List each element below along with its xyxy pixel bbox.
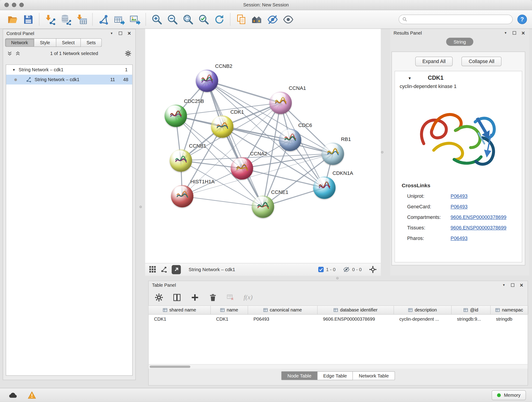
main-toolbar: ? <box>0 10 532 29</box>
tab-string[interactable]: String <box>446 38 473 46</box>
tab-select[interactable]: Select <box>56 38 81 47</box>
column-header-name[interactable]: name <box>211 306 248 314</box>
network-node-ccnb1[interactable] <box>170 149 192 172</box>
tab-sets[interactable]: Sets <box>81 38 102 47</box>
tab-style[interactable]: Style <box>34 38 56 47</box>
table-row[interactable]: CDK1CDK1P064939606.ENSP00000378699cyclin… <box>149 315 528 324</box>
hide-selected-button[interactable] <box>265 12 280 27</box>
column-header-shared-name[interactable]: shared name <box>149 306 211 314</box>
warnings-button[interactable] <box>25 390 39 400</box>
refresh-button[interactable] <box>211 12 227 27</box>
crosslink-value-link[interactable]: 9606.ENSP00000378699 <box>451 214 507 220</box>
panel-float-icon[interactable] <box>512 30 517 36</box>
network-node-hist1h1a[interactable] <box>171 185 193 207</box>
show-all-button[interactable] <box>280 12 296 27</box>
gene-disclosure-icon[interactable]: ▼ <box>408 76 412 80</box>
cloud-status-button[interactable] <box>6 390 20 400</box>
zoom-selected-button[interactable] <box>196 12 211 27</box>
panel-close-icon[interactable]: × <box>520 30 526 36</box>
network-node-ccna2[interactable] <box>231 157 253 180</box>
crosslink-value-link[interactable]: P06493 <box>451 204 468 209</box>
panel-collapse-icon[interactable]: ▼ <box>503 30 508 36</box>
network-tree: ▼ String Network – cdk1 1 String Network… <box>6 64 133 376</box>
zoom-selected-icon <box>198 14 209 25</box>
network-node-rb1[interactable] <box>322 143 344 165</box>
panel-float-icon[interactable] <box>510 282 515 288</box>
disclosure-triangle-icon[interactable]: ▼ <box>12 68 16 71</box>
collapse-all-button[interactable]: Collapse All <box>462 57 501 66</box>
tab-edge-table[interactable]: Edge Table <box>317 371 353 380</box>
panel-collapse-icon[interactable]: ▼ <box>109 31 114 36</box>
splitter-handle-left[interactable] <box>139 206 142 208</box>
network-node-ccne1[interactable] <box>252 196 274 218</box>
collapse-all-icon[interactable] <box>7 51 12 56</box>
import-network-from-database-button[interactable] <box>58 12 74 27</box>
node-label-hist1h1a: HIST1H1A <box>190 179 215 184</box>
network-node-cdkn1a[interactable] <box>313 177 336 199</box>
scrollbar-thumb[interactable] <box>150 366 190 368</box>
network-collection-row[interactable]: ▼ String Network – cdk1 1 <box>6 65 133 75</box>
zoom-in-button[interactable] <box>149 12 165 27</box>
birdseye-view-icon[interactable] <box>160 266 167 273</box>
panel-float-icon[interactable] <box>118 31 123 36</box>
copy-annotations-button[interactable] <box>234 12 249 27</box>
network-node-cdk1[interactable] <box>211 115 234 138</box>
network-overview-button[interactable] <box>249 12 265 27</box>
horizontal-scrollbar[interactable] <box>149 364 528 369</box>
expand-all-button[interactable]: Expand All <box>415 57 453 66</box>
search-box[interactable] <box>399 15 513 24</box>
export-image-button[interactable] <box>127 12 143 27</box>
zoom-out-button[interactable] <box>165 12 180 27</box>
tab-network[interactable]: Network <box>5 38 34 47</box>
column-header-canonical-name[interactable]: canonical name <box>248 306 318 314</box>
save-session-button[interactable] <box>20 12 36 27</box>
gloss-highlight <box>283 130 295 136</box>
column-header-namespac[interactable]: namespac <box>491 306 528 314</box>
table-toolbar: f(x) <box>149 289 528 306</box>
show-columns-icon[interactable] <box>173 293 181 302</box>
network-canvas[interactable]: CCNB2CCNA1CDC25BCDK1CDC6RB1CCNB1CCNA2CDK… <box>145 29 381 263</box>
column-header--id[interactable]: @id <box>452 306 491 314</box>
hidden-eye-slash-icon[interactable] <box>343 267 350 272</box>
grid-view-icon[interactable] <box>149 266 156 273</box>
panel-close-icon[interactable]: × <box>127 31 132 36</box>
expand-all-icon[interactable] <box>15 51 20 56</box>
tab-node-table[interactable]: Node Table <box>281 371 317 380</box>
splitter-handle-right[interactable] <box>381 151 383 153</box>
memory-button[interactable]: Memory <box>492 390 526 400</box>
gloss-highlight <box>175 186 187 193</box>
panel-collapse-icon[interactable]: ▼ <box>501 282 507 288</box>
network-node-ccnb2[interactable] <box>196 70 218 92</box>
import-network-from-file-button[interactable] <box>42 12 58 27</box>
splitter-handle-bottom[interactable] <box>336 277 339 279</box>
crosslink-row: Tissues:9606.ENSP00000378699 <box>407 222 522 233</box>
crosslink-value-link[interactable]: 9606.ENSP00000378699 <box>451 225 507 230</box>
node-table-header: shared namenamecanonical namedatabase id… <box>149 306 528 315</box>
import-table-from-file-button[interactable] <box>74 12 89 27</box>
network-node-ccna1[interactable] <box>269 92 292 114</box>
help-button[interactable]: ? <box>517 14 527 24</box>
network-node-cdc6[interactable] <box>279 128 301 151</box>
fit-crosshair-icon[interactable] <box>369 266 377 274</box>
selected-checkbox-icon[interactable] <box>318 267 324 272</box>
column-header-database-identifier[interactable]: database identifier <box>317 306 394 314</box>
detach-view-button[interactable] <box>172 265 181 274</box>
open-session-button[interactable] <box>5 12 20 27</box>
crosslink-value-link[interactable]: P06493 <box>451 235 468 241</box>
node-label-ccnb1: CCNB1 <box>189 143 206 148</box>
add-column-plus-icon[interactable] <box>191 293 199 302</box>
table-settings-gear-icon[interactable] <box>155 293 163 302</box>
network-node-cdc25b[interactable] <box>165 104 187 127</box>
search-input[interactable] <box>409 17 509 22</box>
new-network-button[interactable] <box>96 12 111 27</box>
column-header-description[interactable]: description <box>394 306 452 314</box>
zoom-fit-button[interactable] <box>180 12 196 27</box>
table-type-tabs: Node TableEdge TableNetwork Table <box>149 371 528 380</box>
export-table-button[interactable] <box>111 12 127 27</box>
tab-network-table[interactable]: Network Table <box>353 371 395 380</box>
network-row-selected[interactable]: String Network – cdk1 11 48 <box>6 75 133 85</box>
delete-column-trash-icon[interactable] <box>209 293 217 302</box>
crosslink-value-link[interactable]: P06493 <box>451 193 468 199</box>
gear-icon[interactable] <box>125 50 131 56</box>
panel-close-icon[interactable]: × <box>519 282 524 288</box>
